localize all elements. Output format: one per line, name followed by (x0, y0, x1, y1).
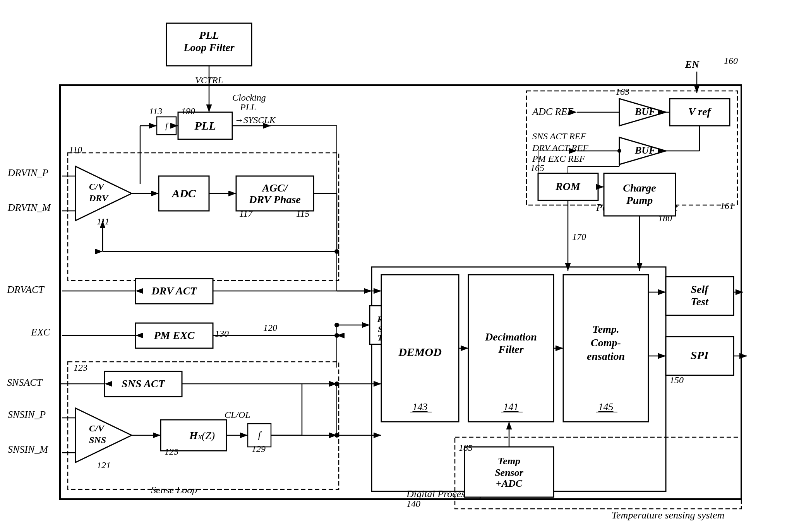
svg-text:H: H (189, 429, 198, 441)
svg-text:SNSIN_M: SNSIN_M (8, 444, 48, 455)
svg-text:110: 110 (69, 145, 82, 155)
svg-text:Self: Self (691, 283, 709, 295)
svg-text:SNSIN_P: SNSIN_P (8, 409, 46, 420)
svg-text:→SYSCLK: →SYSCLK (234, 115, 276, 125)
svg-text:117: 117 (239, 209, 253, 219)
svg-text:Comp-: Comp- (591, 337, 621, 349)
svg-text:ROM: ROM (555, 180, 581, 192)
svg-text:EXC: EXC (31, 327, 50, 338)
svg-text:180: 180 (658, 213, 672, 223)
svg-text:160: 160 (724, 56, 738, 66)
svg-text:123: 123 (74, 363, 87, 373)
svg-text:ADC REF: ADC REF (532, 106, 574, 117)
svg-text:170: 170 (572, 232, 586, 242)
svg-text:SNS ACT: SNS ACT (122, 378, 166, 390)
svg-text:SNS ACT REF: SNS ACT REF (532, 131, 586, 141)
svg-text:130: 130 (215, 328, 229, 339)
svg-text:Decimation: Decimation (485, 331, 537, 343)
svg-text:Temp.: Temp. (592, 323, 619, 335)
svg-text:DRV Phase: DRV Phase (249, 193, 301, 205)
svg-text:SNSACT: SNSACT (7, 377, 43, 388)
svg-text:PM EXC: PM EXC (153, 329, 194, 341)
svg-text:113: 113 (149, 106, 162, 116)
svg-text:DRVACT: DRVACT (7, 284, 45, 295)
svg-text:Sense Loop: Sense Loop (151, 484, 197, 496)
svg-text:145: 145 (598, 401, 614, 412)
svg-text:DEMOD: DEMOD (398, 346, 442, 358)
svg-text:Clocking: Clocking (232, 92, 266, 103)
svg-text:Loop Filter: Loop Filter (183, 41, 235, 53)
svg-text:Sensor: Sensor (495, 467, 524, 478)
svg-point-107 (334, 323, 339, 327)
svg-text:BUF: BUF (634, 145, 655, 156)
svg-text:DRVIN_P: DRVIN_P (7, 167, 48, 178)
svg-text:115: 115 (296, 209, 309, 219)
svg-text:Test: Test (691, 296, 709, 308)
svg-text:129: 129 (252, 444, 266, 454)
svg-text:PLL: PLL (194, 119, 216, 132)
svg-text:SNS: SNS (89, 435, 106, 445)
svg-text:DRVIN_M: DRVIN_M (7, 202, 51, 213)
svg-text:EN: EN (685, 59, 700, 70)
svg-text:165: 165 (530, 163, 544, 173)
svg-text:163: 163 (616, 87, 629, 97)
svg-text:PLL: PLL (240, 102, 256, 112)
svg-text:150: 150 (670, 375, 684, 385)
svg-text:Filter: Filter (498, 343, 524, 355)
svg-text:185: 185 (459, 443, 473, 453)
svg-text:140: 140 (406, 499, 420, 509)
svg-text:AGC/: AGC/ (261, 182, 288, 194)
svg-text:ensation: ensation (587, 350, 625, 362)
diagram-container: PLL Loop Filter VCTRL Clocking PLL PLL →… (0, 0, 799, 532)
svg-text:Temp: Temp (498, 455, 520, 467)
svg-text:+ADC: +ADC (496, 478, 523, 489)
svg-text:DRV: DRV (89, 193, 109, 203)
svg-text:120: 120 (263, 323, 277, 333)
svg-text:Charge: Charge (623, 182, 656, 194)
svg-text:DRV ACT: DRV ACT (151, 285, 198, 297)
svg-text:SPI: SPI (691, 349, 709, 361)
svg-text:CL/OL: CL/OL (225, 410, 250, 420)
svg-point-180 (617, 149, 621, 153)
svg-text:121: 121 (97, 460, 111, 470)
svg-text:(Z): (Z) (202, 429, 215, 441)
svg-text:190: 190 (181, 106, 195, 116)
svg-rect-2 (0, 0, 799, 532)
svg-text:143: 143 (413, 401, 428, 412)
svg-text:BUF: BUF (634, 106, 655, 117)
svg-text:141: 141 (504, 401, 519, 412)
svg-text:V ref: V ref (688, 106, 712, 118)
svg-text:ADC: ADC (171, 187, 196, 200)
svg-text:C/V: C/V (89, 181, 105, 192)
svg-text:Pump: Pump (626, 194, 653, 206)
svg-text:Temperature sensing system: Temperature sensing system (612, 510, 724, 521)
svg-text:C/V: C/V (89, 423, 105, 433)
svg-text:PM EXC REF: PM EXC REF (532, 154, 585, 164)
svg-text:125: 125 (165, 446, 178, 457)
svg-text:PLL: PLL (199, 29, 219, 41)
svg-text:161: 161 (720, 201, 734, 211)
